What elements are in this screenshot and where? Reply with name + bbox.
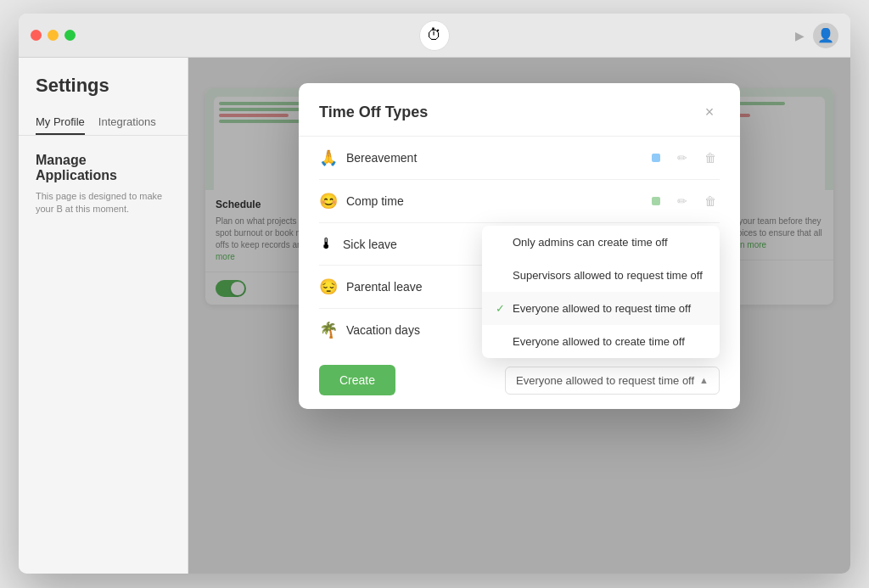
titlebar: ⏱ ▶ 👤 [19,14,850,58]
time-off-modal: Time Off Types × 🙏 Bereavement ✏ 🗑 [299,83,740,409]
chevron-down-icon: ▲ [699,375,709,385]
sidebar-tabs: My Profile Integrations [19,110,188,136]
parental-leave-emoji: 😔 [319,277,338,296]
modal-title: Time Off Types [319,104,428,121]
list-item: 😊 Comp time ✏ 🗑 [319,180,720,223]
bereavement-emoji: 🙏 [319,148,338,167]
permission-dropdown-menu: Only admins can create time off Supervis… [482,226,720,358]
bereavement-edit-button[interactable]: ✏ [674,149,691,166]
comp-time-emoji: 😊 [319,192,338,210]
modal-header: Time Off Types × [299,83,740,137]
modal-overlay: Time Off Types × 🙏 Bereavement ✏ 🗑 [188,58,850,574]
settings-title: Settings [19,75,188,110]
minimize-window-button[interactable] [48,30,59,41]
titlebar-right: ▶ 👤 [795,23,838,48]
avatar[interactable]: 👤 [813,23,838,48]
nav-arrow-icon[interactable]: ▶ [795,29,805,42]
dropdown-item-label: Everyone allowed to create time off [513,335,685,348]
dropdown-item-everyone-request[interactable]: ✓ Everyone allowed to request time off [482,292,720,325]
bereavement-color-dot [652,154,660,162]
dropdown-item-label: Only admins can create time off [513,236,668,249]
comp-time-actions: ✏ 🗑 [674,193,720,210]
tab-my-profile[interactable]: My Profile [36,110,85,135]
dropdown-item-supervisors[interactable]: Supervisors allowed to request time off [482,259,720,292]
sidebar: Settings My Profile Integrations Manage … [19,58,188,574]
modal-close-button[interactable]: × [699,102,720,122]
comp-time-edit-button[interactable]: ✏ [674,193,691,210]
permission-selected-label: Everyone allowed to request time off [516,374,694,387]
manage-apps-desc: This page is designed to make your B at … [19,190,188,216]
permission-dropdown-trigger[interactable]: Everyone allowed to request time off ▲ [505,367,720,395]
traffic-lights [31,30,76,41]
comp-time-name: Comp time [346,194,645,208]
create-time-off-button[interactable]: Create [319,365,395,395]
sick-leave-emoji: 🌡 [319,235,334,253]
tab-integrations[interactable]: Integrations [98,110,156,135]
main-area: Schedule Plan on what projects your team… [188,58,850,574]
dropdown-item-admins-only[interactable]: Only admins can create time off [482,226,720,259]
dropdown-item-everyone-create[interactable]: Everyone allowed to create time off [482,325,720,358]
vacation-days-emoji: 🌴 [319,321,338,339]
main-window: ⏱ ▶ 👤 Settings My Profile Integrations M… [19,14,850,574]
bereavement-actions: ✏ 🗑 [674,149,720,166]
dropdown-item-label: Everyone allowed to request time off [513,302,691,315]
bereavement-delete-button[interactable]: 🗑 [701,149,720,166]
bereavement-name: Bereavement [346,151,645,165]
check-mark-icon: ✓ [496,302,505,315]
comp-time-delete-button[interactable]: 🗑 [701,193,720,210]
comp-time-color-dot [652,197,660,205]
list-item: 🙏 Bereavement ✏ 🗑 [319,137,720,180]
app-content: Settings My Profile Integrations Manage … [19,58,850,574]
manage-apps-title: Manage Applications [19,153,188,190]
app-icon: ⏱ [419,20,450,51]
modal-footer: Create Everyone allowed to request time … [299,351,740,409]
maximize-window-button[interactable] [64,30,76,41]
close-window-button[interactable] [31,30,42,41]
dropdown-item-label: Supervisors allowed to request time off [513,269,703,282]
